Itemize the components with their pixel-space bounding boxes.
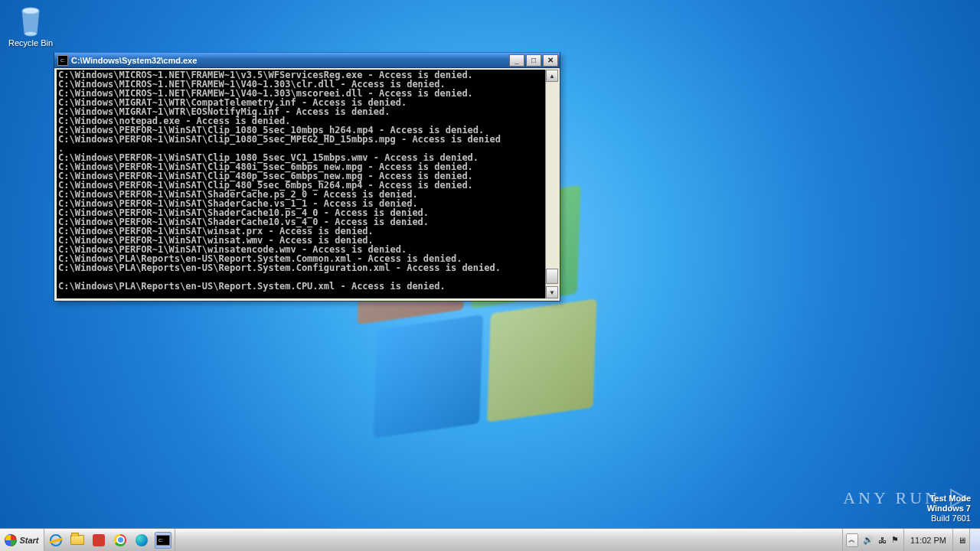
cmd-icon: c: [156,535,170,546]
show-desktop-button[interactable] [969,529,980,551]
folder-icon [70,535,84,545]
start-label: Start [19,536,38,545]
recycle-bin-icon[interactable]: Recycle Bin [8,6,54,47]
scroll-thumb[interactable] [546,269,558,284]
cmd-window[interactable]: c: C:\Windows\System32\cmd.exe _ □ ✕ C:\… [54,52,560,302]
cmd-titlebar-icon: c: [57,55,68,66]
taskbar-chrome[interactable] [112,532,129,549]
quick-launch: c: [44,529,175,551]
taskbar-spacer [175,529,842,551]
tray-volume-icon[interactable]: 🔊 [863,535,874,545]
system-tray: ︽ 🔊 🖧 ⚑ 11:02 PM 🖥 [842,529,969,551]
window-title: C:\Windows\System32\cmd.exe [71,56,509,65]
build-line2: Windows 7 [927,504,971,514]
desktop[interactable]: Recycle Bin c: C:\Windows\System32\cmd.e… [0,0,980,551]
svg-point-1 [24,31,37,36]
terminal-output[interactable]: C:\Windows\MICROS~1.NET\FRAMEW~1\v3.5\WF… [57,70,545,298]
taskbar-cmd[interactable]: c: [155,532,172,549]
tray-overflow-button[interactable]: ︽ [846,533,858,547]
taskbar-ie[interactable] [47,532,64,549]
tray-monitor-icon[interactable]: 🖥 [958,536,966,545]
build-line1: Test Mode [927,494,971,504]
window-titlebar[interactable]: c: C:\Windows\System32\cmd.exe _ □ ✕ [54,53,560,68]
maximize-button[interactable]: □ [526,54,541,67]
build-line3: Build 7601 [927,514,971,523]
edge-icon [136,534,148,546]
taskbar-explorer[interactable] [69,532,86,549]
build-info: Test Mode Windows 7 Build 7601 [927,494,971,523]
chrome-icon [114,534,126,546]
taskbar-app[interactable] [90,532,107,549]
close-button[interactable]: ✕ [543,54,558,67]
scroll-up-button[interactable]: ▲ [546,70,558,82]
terminal-scrollbar[interactable]: ▲ ▼ [545,70,557,298]
windows-orb-icon [5,534,17,546]
taskbar-clock[interactable]: 11:02 PM [903,529,953,551]
taskbar[interactable]: Start c: ︽ 🔊 🖧 ⚑ 11:02 PM 🖥 [0,528,980,551]
trash-icon [15,6,46,37]
minimize-button[interactable]: _ [509,54,524,67]
ie-icon [50,534,62,546]
tray-flag-icon[interactable]: ⚑ [891,535,899,545]
taskbar-edge[interactable] [133,532,150,549]
recycle-bin-label: Recycle Bin [8,38,54,47]
watermark-text: ANY RUN [843,488,940,508]
start-button[interactable]: Start [0,529,44,551]
tray-network-icon[interactable]: 🖧 [878,536,887,545]
app-icon [93,534,105,546]
scroll-down-button[interactable]: ▼ [546,286,558,298]
